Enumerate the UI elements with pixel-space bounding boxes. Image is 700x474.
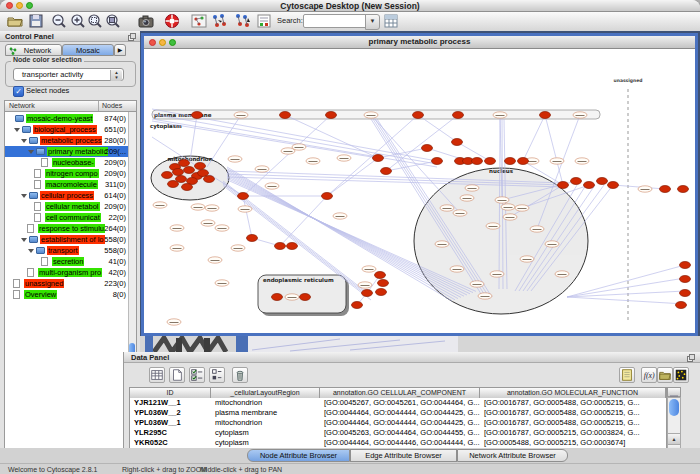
- import-table-icon[interactable]: [382, 13, 400, 29]
- tree-row[interactable]: biological_process651(0): [5, 124, 129, 135]
- selected-gene-node[interactable]: [432, 158, 443, 165]
- selected-gene-node[interactable]: [272, 294, 283, 301]
- selected-gene-node[interactable]: [280, 112, 291, 119]
- table-cell[interactable]: cytoplasm: [211, 428, 320, 438]
- selected-gene-node[interactable]: [352, 302, 363, 309]
- selected-gene-node[interactable]: [247, 235, 258, 242]
- tree-row[interactable]: cellular metabol209(0): [5, 201, 129, 212]
- help-lifering-icon[interactable]: [163, 13, 181, 29]
- selected-gene-node[interactable]: [184, 167, 195, 174]
- gene-node[interactable]: [470, 281, 484, 287]
- gene-node[interactable]: [170, 245, 184, 251]
- gene-node[interactable]: [638, 186, 652, 192]
- footer-tab-node-attribute-browser[interactable]: Node Attribute Browser: [247, 449, 350, 462]
- function-builder-icon[interactable]: f(x): [641, 367, 657, 383]
- data-panel-float-icon[interactable]: [687, 354, 695, 362]
- selected-gene-node[interactable]: [182, 184, 193, 191]
- gene-node[interactable]: [364, 112, 378, 118]
- create-new-attribute-icon[interactable]: [169, 367, 185, 383]
- attribute-table[interactable]: ID_cellularLayoutRegionannotation.GO CEL…: [129, 387, 667, 455]
- table-cell[interactable]: YJR121W__1: [130, 398, 211, 408]
- selected-gene-node[interactable]: [376, 289, 387, 296]
- gene-node[interactable]: [205, 205, 219, 211]
- gene-node[interactable]: [493, 112, 507, 118]
- table-column-header[interactable]: annotation.GO CELLULAR_COMPONENT: [320, 388, 480, 398]
- gene-node[interactable]: [228, 156, 242, 162]
- selected-gene-node[interactable]: [300, 294, 311, 301]
- tree-row[interactable]: primary metabolic209(...: [5, 146, 129, 157]
- gene-node[interactable]: [520, 256, 534, 262]
- search-dropdown-icon[interactable]: ▼: [365, 14, 380, 30]
- zoom-in-icon[interactable]: [69, 13, 87, 29]
- selected-gene-node[interactable]: [540, 112, 551, 119]
- zoom-selected-region-icon[interactable]: [86, 13, 104, 29]
- tree-row[interactable]: secretion41(0): [5, 256, 129, 267]
- table-cell[interactable]: [GO:0045263, GO:0044464, GO:0044455, G..…: [320, 428, 480, 438]
- selected-gene-node[interactable]: [680, 290, 691, 297]
- tree-row[interactable]: macromolecule311(0): [5, 179, 129, 190]
- unselect-attributes-icon[interactable]: [209, 367, 225, 383]
- search-input[interactable]: [303, 14, 367, 28]
- expand-triangle-icon[interactable]: [28, 249, 34, 253]
- selected-gene-node[interactable]: [678, 186, 689, 193]
- table-cell[interactable]: [GO:0044464, GO:0044444, GO:0044425, G..…: [320, 418, 480, 428]
- tree-row[interactable]: cellular process614(0): [5, 190, 129, 201]
- selected-gene-node[interactable]: [453, 112, 464, 119]
- network-window-titlebar[interactable]: primary metabolic process: [144, 36, 695, 49]
- selected-gene-node[interactable]: [680, 262, 691, 269]
- apply-layout-a-icon[interactable]: [210, 13, 228, 29]
- selected-gene-node[interactable]: [179, 160, 190, 167]
- tree-row[interactable]: nitrogen compo209(0): [5, 168, 129, 179]
- table-cell[interactable]: [GO:0044464, GO:0044444, GO:0044425, G..…: [320, 408, 480, 418]
- gene-node[interactable]: [440, 205, 454, 211]
- gene-node[interactable]: [545, 241, 559, 247]
- table-cell[interactable]: cytoplasm: [211, 438, 320, 448]
- tree-row[interactable]: multi-organism pro42(0): [5, 267, 129, 278]
- selected-gene-node[interactable]: [375, 272, 386, 279]
- save-icon[interactable]: [27, 13, 45, 29]
- expand-triangle-icon[interactable]: [14, 128, 20, 132]
- gene-node[interactable]: [490, 271, 504, 277]
- select-nodes-checkbox[interactable]: ✓: [13, 86, 24, 97]
- zoom-to-fit-icon[interactable]: [104, 13, 122, 29]
- more-tabs-arrow-icon[interactable]: ▶: [114, 44, 126, 56]
- gene-node[interactable]: [167, 319, 181, 325]
- selected-gene-node[interactable]: [373, 155, 384, 162]
- tab-network[interactable]: Network: [5, 44, 62, 56]
- snapshot-camera-icon[interactable]: [137, 13, 155, 29]
- gene-node[interactable]: [238, 206, 252, 212]
- table-cell[interactable]: [GO:0016787, GO:0005488, GO:0005215, G..…: [480, 418, 666, 428]
- gene-node[interactable]: [495, 197, 509, 203]
- table-cell[interactable]: [GO:0016787, GO:0005488, GO:0005215, G..…: [480, 408, 666, 418]
- expand-triangle-icon[interactable]: [21, 194, 27, 198]
- gene-node[interactable]: [435, 241, 449, 247]
- table-column-header[interactable]: ID: [130, 388, 211, 398]
- table-cell[interactable]: [GO:0016787, GO:0005215, GO:0003824, G..…: [480, 428, 666, 438]
- selected-gene-node[interactable]: [660, 186, 671, 193]
- table-column-header[interactable]: annotation.GO MOLECULAR_FUNCTION: [480, 388, 666, 398]
- import-attributes-folder-icon[interactable]: [657, 367, 673, 383]
- gene-node[interactable]: [478, 293, 492, 299]
- gene-node[interactable]: [234, 112, 248, 118]
- tree-row[interactable]: response to stimulu264(0): [5, 223, 129, 234]
- selected-gene-node[interactable]: [378, 280, 389, 287]
- table-corner-button[interactable]: [667, 387, 681, 397]
- selected-gene-node[interactable]: [518, 158, 529, 165]
- table-cell[interactable]: YKR052C: [130, 438, 211, 448]
- gene-node[interactable]: [555, 271, 569, 277]
- selected-gene-node[interactable]: [422, 145, 433, 152]
- selected-gene-node[interactable]: [173, 169, 184, 176]
- gene-node[interactable]: [170, 225, 184, 231]
- gene-node[interactable]: [201, 220, 215, 226]
- scroll-up-icon[interactable]: ▲: [668, 433, 680, 444]
- delete-attributes-trash-icon[interactable]: [232, 367, 248, 383]
- selected-gene-node[interactable]: [162, 172, 173, 179]
- selected-gene-node[interactable]: [680, 276, 691, 283]
- selected-gene-node[interactable]: [584, 182, 595, 189]
- select-all-attributes-icon[interactable]: [149, 367, 165, 383]
- node-color-dropdown[interactable]: transporter activity ▲▼: [13, 68, 124, 81]
- tree-row[interactable]: unassigned223(0): [5, 278, 129, 289]
- table-scrollbar[interactable]: ▲ ▼: [667, 397, 681, 455]
- vizmapper-icon[interactable]: [255, 13, 273, 29]
- apply-layout-b-icon[interactable]: [234, 13, 252, 29]
